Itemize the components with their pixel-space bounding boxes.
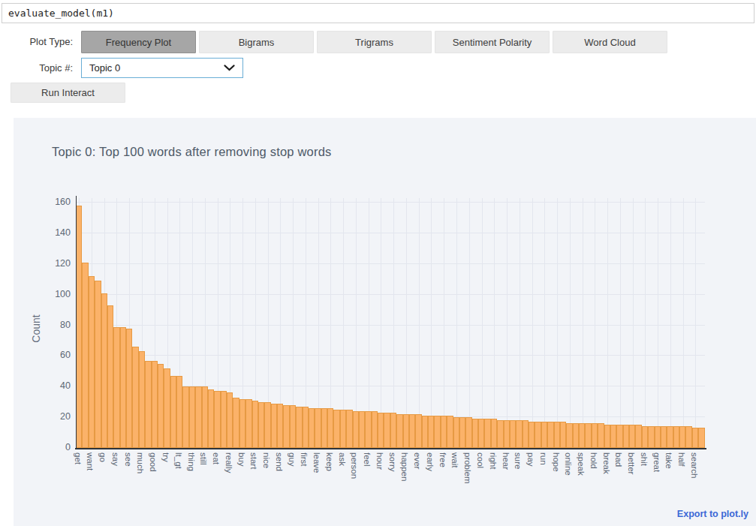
bar[interactable]: [635, 425, 641, 448]
bar[interactable]: [642, 426, 648, 448]
bar[interactable]: [290, 405, 296, 448]
bar[interactable]: [120, 327, 126, 448]
bar[interactable]: [245, 399, 251, 448]
bar[interactable]: [327, 408, 333, 448]
bar[interactable]: [472, 419, 478, 448]
bar[interactable]: [529, 422, 535, 448]
bar[interactable]: [340, 410, 346, 448]
bar[interactable]: [648, 426, 654, 448]
bar[interactable]: [554, 422, 560, 448]
bar[interactable]: [604, 425, 610, 448]
bar[interactable]: [89, 276, 95, 448]
bar[interactable]: [441, 416, 447, 448]
bar[interactable]: [547, 422, 553, 448]
bar[interactable]: [504, 420, 510, 448]
bar[interactable]: [202, 386, 208, 448]
bar[interactable]: [208, 389, 214, 448]
run-interact-button[interactable]: Run Interact: [11, 83, 125, 103]
bar[interactable]: [510, 420, 516, 448]
bar[interactable]: [390, 413, 396, 448]
bar[interactable]: [478, 419, 484, 448]
bar[interactable]: [214, 391, 220, 448]
bar[interactable]: [126, 329, 132, 448]
bar[interactable]: [447, 416, 453, 448]
plot-type-button-trigrams[interactable]: Trigrams: [317, 31, 432, 53]
bar[interactable]: [176, 376, 182, 448]
bar[interactable]: [378, 413, 384, 448]
bar[interactable]: [145, 361, 151, 448]
bar[interactable]: [434, 416, 440, 448]
bar[interactable]: [453, 417, 459, 448]
bar[interactable]: [158, 364, 164, 448]
bar[interactable]: [592, 423, 598, 448]
bar[interactable]: [132, 347, 138, 448]
bar[interactable]: [221, 391, 227, 448]
bar[interactable]: [170, 376, 176, 448]
bar[interactable]: [585, 423, 591, 448]
bar[interactable]: [296, 407, 302, 448]
bar[interactable]: [655, 426, 661, 448]
plot-type-button-sentiment-polarity[interactable]: Sentiment Polarity: [435, 31, 550, 53]
bar[interactable]: [283, 405, 289, 448]
bar[interactable]: [566, 423, 572, 448]
bar[interactable]: [415, 414, 421, 448]
bar[interactable]: [484, 419, 490, 448]
bar[interactable]: [107, 305, 113, 448]
bar[interactable]: [661, 426, 667, 448]
bar[interactable]: [535, 422, 541, 448]
topic-select[interactable]: Topic 0: [81, 58, 243, 78]
bar[interactable]: [685, 426, 691, 448]
bar[interactable]: [428, 416, 434, 448]
bar[interactable]: [623, 425, 629, 448]
bar[interactable]: [523, 420, 529, 448]
bar[interactable]: [384, 413, 390, 448]
bar[interactable]: [264, 402, 270, 448]
bar[interactable]: [365, 411, 371, 448]
code-input[interactable]: evaluate_model(m1): [2, 3, 754, 23]
bar[interactable]: [560, 422, 566, 448]
bar[interactable]: [252, 401, 258, 448]
export-link[interactable]: Export to plot.ly: [677, 509, 748, 519]
bar[interactable]: [195, 386, 201, 448]
bar[interactable]: [673, 426, 679, 448]
bar[interactable]: [101, 293, 107, 448]
plot-type-button-word-cloud[interactable]: Word Cloud: [553, 31, 667, 53]
bar[interactable]: [541, 422, 547, 448]
bar[interactable]: [182, 386, 188, 448]
bar[interactable]: [616, 425, 622, 448]
bar[interactable]: [315, 408, 321, 448]
bar[interactable]: [491, 419, 497, 448]
bar[interactable]: [403, 414, 409, 448]
bar[interactable]: [573, 423, 579, 448]
bar[interactable]: [679, 426, 685, 448]
bar[interactable]: [372, 411, 378, 448]
bar[interactable]: [95, 281, 101, 448]
bar[interactable]: [610, 425, 616, 448]
bar[interactable]: [359, 411, 365, 448]
bar[interactable]: [667, 426, 673, 448]
bar[interactable]: [497, 420, 503, 448]
bar[interactable]: [321, 408, 327, 448]
bar[interactable]: [227, 392, 233, 448]
bar[interactable]: [353, 411, 359, 448]
plot-type-button-bigrams[interactable]: Bigrams: [199, 31, 314, 53]
bar[interactable]: [629, 425, 635, 448]
bar[interactable]: [459, 417, 465, 448]
bar[interactable]: [277, 404, 283, 448]
bar[interactable]: [139, 351, 145, 448]
bar[interactable]: [516, 420, 522, 448]
bar[interactable]: [333, 410, 339, 448]
bar[interactable]: [233, 398, 239, 448]
bar[interactable]: [82, 263, 88, 448]
bar[interactable]: [698, 428, 704, 448]
bar[interactable]: [396, 414, 402, 448]
bar[interactable]: [113, 327, 119, 448]
bar[interactable]: [346, 410, 352, 448]
bar[interactable]: [303, 407, 309, 448]
bar[interactable]: [152, 361, 158, 448]
bar[interactable]: [465, 417, 471, 448]
bar[interactable]: [309, 408, 315, 448]
bar[interactable]: [258, 402, 264, 448]
bar[interactable]: [164, 368, 170, 448]
bar[interactable]: [409, 414, 415, 448]
